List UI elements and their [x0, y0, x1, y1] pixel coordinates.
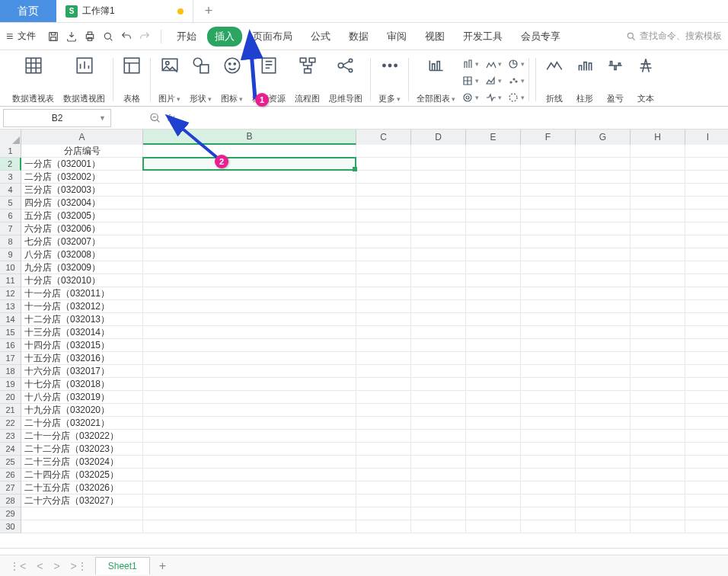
cell[interactable] [576, 300, 631, 313]
cell[interactable] [411, 365, 466, 378]
cell[interactable] [521, 494, 576, 507]
cell[interactable]: 五分店（032005） [21, 210, 143, 222]
cell[interactable] [685, 443, 728, 456]
cell[interactable] [521, 158, 576, 171]
cell[interactable] [576, 417, 631, 430]
cell[interactable] [521, 145, 576, 158]
cell[interactable]: 二十分店（032021） [21, 417, 143, 430]
row-header[interactable]: 6 [0, 210, 21, 222]
cell[interactable] [356, 417, 411, 430]
menu-tab-公式[interactable]: 公式 [303, 27, 338, 46]
cell[interactable] [466, 378, 521, 391]
cell[interactable] [521, 430, 576, 443]
cell[interactable] [685, 469, 728, 482]
cell[interactable] [521, 352, 576, 365]
name-box[interactable]: B2 ▼ [3, 109, 111, 127]
cell[interactable] [143, 313, 356, 326]
col-header-I[interactable]: I [685, 130, 728, 145]
row-header[interactable]: 19 [0, 378, 21, 391]
cell[interactable] [576, 443, 631, 456]
cell[interactable] [631, 417, 685, 430]
row-header[interactable]: 12 [0, 287, 21, 300]
cell[interactable] [411, 417, 466, 430]
ribbon-图标[interactable]: 图标▾ [216, 55, 247, 104]
cell[interactable] [356, 456, 411, 469]
cell[interactable] [685, 235, 728, 248]
cell[interactable] [685, 197, 728, 210]
zoom-out-icon[interactable] [149, 112, 161, 124]
cell[interactable] [685, 326, 728, 339]
cell[interactable] [466, 210, 521, 222]
chart-type-icon[interactable]: ▾ [483, 73, 503, 88]
ribbon-思维导图[interactable]: 思维导图 [324, 55, 367, 104]
col-header-A[interactable]: A [21, 130, 143, 145]
row-header[interactable]: 26 [0, 469, 21, 482]
cell[interactable] [631, 520, 685, 533]
home-tab[interactable]: 首页 [0, 0, 56, 22]
cell[interactable] [466, 184, 521, 197]
cell[interactable] [356, 482, 411, 494]
cell[interactable] [411, 469, 466, 482]
cell[interactable] [631, 443, 685, 456]
cell[interactable] [466, 287, 521, 300]
cell[interactable] [356, 391, 411, 404]
cell[interactable] [411, 494, 466, 507]
row-header[interactable]: 30 [0, 520, 21, 533]
cell[interactable] [631, 197, 685, 210]
export-icon[interactable] [63, 28, 80, 45]
sheet-nav-last[interactable]: >⋮ [68, 560, 91, 572]
cell[interactable]: 四分店（032004） [21, 197, 143, 210]
cell[interactable] [576, 494, 631, 507]
cell[interactable] [631, 235, 685, 248]
cell[interactable]: 十二分店（032013） [21, 313, 143, 326]
row-header[interactable]: 9 [0, 248, 21, 261]
cell[interactable] [466, 313, 521, 326]
cell[interactable] [356, 430, 411, 443]
col-header-B[interactable]: B [143, 130, 356, 145]
cell[interactable] [521, 456, 576, 469]
cell[interactable] [521, 417, 576, 430]
cell[interactable] [466, 145, 521, 158]
cell[interactable] [143, 469, 356, 482]
cell[interactable] [521, 404, 576, 417]
cell[interactable]: 八分店（032008） [21, 248, 143, 261]
cell[interactable] [631, 430, 685, 443]
cell[interactable] [411, 145, 466, 158]
save-icon[interactable] [45, 28, 62, 45]
preview-icon[interactable] [100, 28, 117, 45]
cell[interactable] [576, 469, 631, 482]
fx-button[interactable]: fx [168, 113, 174, 123]
row-header[interactable]: 17 [0, 352, 21, 365]
cell[interactable] [685, 300, 728, 313]
row-header[interactable]: 10 [0, 261, 21, 274]
cell[interactable] [143, 274, 356, 287]
cell[interactable] [685, 430, 728, 443]
cell[interactable] [466, 507, 521, 520]
cell[interactable] [685, 339, 728, 352]
cell[interactable] [143, 352, 356, 365]
col-header-H[interactable]: H [631, 130, 685, 145]
cell[interactable] [466, 248, 521, 261]
cell[interactable] [685, 365, 728, 378]
cell[interactable]: 十分店（032010） [21, 274, 143, 287]
cell[interactable] [521, 171, 576, 184]
cell[interactable] [411, 339, 466, 352]
row-header[interactable]: 5 [0, 197, 21, 210]
cell[interactable] [521, 443, 576, 456]
cell[interactable] [576, 352, 631, 365]
cell[interactable] [466, 443, 521, 456]
cell[interactable] [21, 520, 143, 533]
ribbon-文本[interactable]: 文本 [631, 55, 661, 104]
cell[interactable] [466, 365, 521, 378]
col-header-D[interactable]: D [411, 130, 466, 145]
cell[interactable] [521, 184, 576, 197]
cell[interactable] [356, 469, 411, 482]
add-sheet-button[interactable]: + [155, 559, 171, 573]
ribbon-图片[interactable]: 图片▾ [154, 55, 185, 104]
row-header[interactable]: 23 [0, 430, 21, 443]
cell[interactable] [411, 378, 466, 391]
menu-tab-插入[interactable]: 插入 [207, 27, 242, 46]
cell[interactable] [411, 507, 466, 520]
new-tab-button[interactable]: + [193, 0, 224, 22]
cell[interactable] [143, 261, 356, 274]
